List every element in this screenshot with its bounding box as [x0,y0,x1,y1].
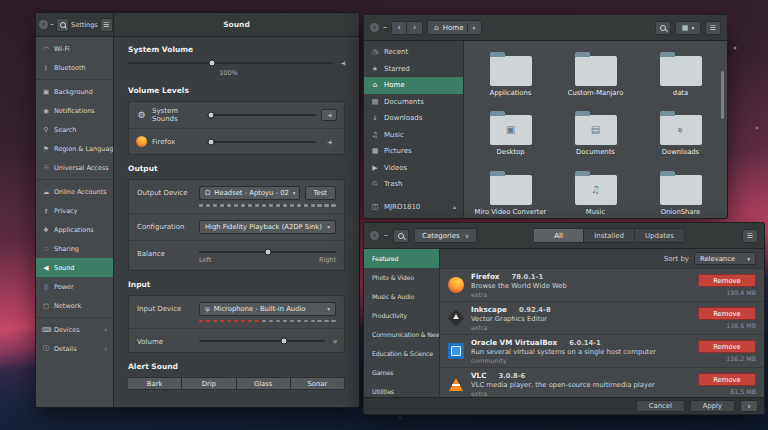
folder-item[interactable]: » Downloads [638,110,723,156]
settings-headerbar-left: ✕ – Settings ☰ [36,13,114,37]
alert-sound-button[interactable]: Glass [237,377,291,390]
sidebar-item-home[interactable]: ⌂ Home [364,77,463,94]
minimize-icon[interactable]: – [384,233,388,239]
remove-button[interactable]: Remove [698,340,756,353]
sidebar-item-music[interactable]: ♫ Music [364,127,463,144]
mute-button[interactable]: ◄) [321,109,337,121]
scrollbar[interactable] [721,71,724,119]
minimize-icon[interactable]: – [383,25,387,31]
firefox-volume-slider[interactable] [207,141,316,143]
close-icon[interactable]: ✕ [39,20,48,29]
category-productivity[interactable]: Productivity [364,306,439,325]
sidebar-item-details[interactable]: ⓘ Details › [36,339,113,358]
configuration-dropdown[interactable]: High Fidelity Playback (A2DP Sink) ▾ [199,220,336,234]
package-row[interactable]: Firefox 78.0.1-1 Browse the World Wide W… [440,269,764,302]
remove-button[interactable]: Remove [698,307,756,320]
folder-item[interactable]: Applications [468,51,553,97]
package-row[interactable]: Inkscape 0.92.4-8 Vector Graphics Editor… [440,302,764,335]
sidebar-item-downloads[interactable]: ↓ Downloads [364,110,463,127]
folder-item[interactable]: data [638,51,723,97]
tab-all[interactable]: All [534,228,584,243]
sidebar-item-pictures[interactable]: ▦ Pictures [364,143,463,160]
menu-button[interactable]: ☰ [100,18,113,32]
slider-handle[interactable] [264,248,271,255]
close-icon[interactable]: ✕ [370,231,379,240]
sidebar-item-videos[interactable]: ▶ Videos [364,160,463,177]
category-games[interactable]: Games [364,363,439,382]
alert-sound-button[interactable]: Bark [128,377,182,390]
sidebar-item-wifi[interactable]: ◠ Wi-Fi [36,39,113,58]
slider-handle[interactable] [208,112,215,119]
search-button[interactable] [56,18,69,32]
close-icon[interactable]: ✕ [370,23,379,32]
category-photo-video[interactable]: Photo & Video [364,268,439,287]
sidebar-item-power[interactable]: ▯ Power [36,277,113,296]
sidebar-item-starred[interactable]: ★ Starred [364,61,463,78]
tab-installed[interactable]: Installed [584,228,635,243]
category-education-science[interactable]: Education & Science [364,344,439,363]
sidebar-item-background[interactable]: ▣ Background [36,82,113,101]
category-label: Featured [372,255,398,262]
slider-handle[interactable] [280,338,287,345]
back-button[interactable]: ‹ [391,21,407,35]
alert-sound-button[interactable]: Drip [182,377,236,390]
sidebar-item-mjro1810[interactable]: ◫ MJRO1810 ▴ [364,199,463,216]
input-volume-slider[interactable] [199,340,325,342]
path-button[interactable]: ⌂ Home ▾ [427,20,482,35]
download-emblem-icon: » [676,127,686,133]
system-volume-slider[interactable] [128,62,333,64]
sidebar-item-privacy[interactable]: ⚷ Privacy [36,201,113,220]
sidebar-item-applications[interactable]: ❖ Applications [36,220,113,239]
sidebar-item-network[interactable]: ▢ Network [36,296,113,315]
sort-dropdown[interactable]: Relevance ▾ [694,252,756,265]
category-music-audio[interactable]: Music & Audio [364,287,439,306]
cancel-button[interactable]: Cancel [636,400,685,412]
sidebar-item-documents[interactable]: ▤ Documents [364,94,463,111]
balance-slider[interactable] [199,251,336,253]
category-communication-news[interactable]: Communication & News [364,325,439,344]
sidebar-item-recent[interactable]: ◷ Recent [364,44,463,61]
remove-button[interactable]: Remove [698,373,756,386]
folder-item[interactable]: ♫ Music [553,170,638,216]
tab-updates[interactable]: Updates [635,228,685,243]
sidebar-item-notifications[interactable]: ◉ Notifications [36,101,113,120]
folder-item[interactable]: ▤ Documents [553,110,638,156]
menu-button[interactable]: ☰ [705,21,721,35]
sidebar-item-sharing[interactable]: ∴ Sharing [36,239,113,258]
categories-dropdown[interactable]: Categories ∨ [414,228,477,243]
package-row[interactable]: Oracle VM VirtualBox 6.0.14-1 Run severa… [440,335,764,368]
slider-handle[interactable] [208,60,215,67]
output-device-dropdown[interactable]: Ω Headset - Aptoyu - 02 ▾ [199,186,300,200]
view-options-button[interactable]: ▦ ▾ [675,21,701,35]
sidebar-item-devices[interactable]: ⌨ Devices › [36,320,113,339]
folder-item[interactable]: OnionShare [638,170,723,216]
remove-button[interactable]: Remove [698,274,756,287]
system-sounds-slider[interactable] [207,114,316,116]
minimize-icon[interactable]: – [50,22,54,28]
search-button[interactable] [655,21,671,35]
package-row[interactable]: VLC 3.0.8-6 VLC media player, the open-s… [440,368,764,397]
category-featured[interactable]: Featured [364,249,439,268]
slider-handle[interactable] [208,138,215,145]
sidebar-item-search[interactable]: ⚲ Search [36,120,113,139]
folder-item[interactable]: ▣ Desktop [468,110,553,156]
folder-item[interactable]: Miro Video Converter [468,170,553,216]
next-button[interactable]: › [740,400,758,412]
apply-button[interactable]: Apply [690,400,735,412]
eject-icon[interactable]: ▴ [453,203,456,210]
forward-button[interactable]: › [407,21,423,35]
input-device-label: Input Device [137,302,193,313]
menu-button[interactable]: ☰ [742,229,758,243]
category-utilities[interactable]: Utilities [364,382,439,397]
sidebar-item-trash[interactable]: ♲ Trash [364,176,463,193]
sidebar-item-sound[interactable]: ◀ Sound [36,258,113,277]
folder-item[interactable]: Custom-Manjaro [553,51,638,97]
alert-sound-button[interactable]: Sonar [291,377,345,390]
sidebar-item-universal-access[interactable]: ☉ Universal Access [36,158,113,177]
sidebar-item-region-language[interactable]: ⚑ Region & Language [36,139,113,158]
input-device-dropdown[interactable]: ψ Microphone - Built-in Audio ▾ [199,302,336,316]
search-button[interactable] [393,229,409,243]
sidebar-item-online-accounts[interactable]: ☁ Online Accounts [36,182,113,201]
test-button[interactable]: Test [305,186,336,200]
sidebar-item-bluetooth[interactable]: ᛒ Bluetooth [36,58,113,77]
